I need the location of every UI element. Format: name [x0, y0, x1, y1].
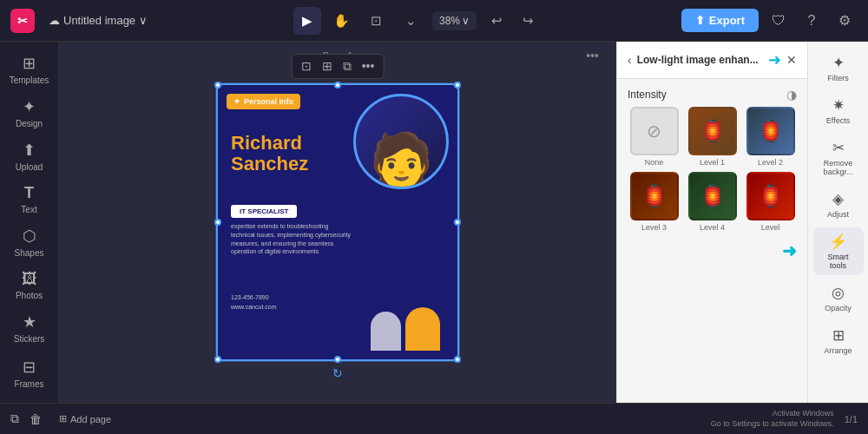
sidebar-item-upload[interactable]: ⬆ Upload — [5, 135, 54, 177]
handle-bm[interactable] — [334, 356, 341, 363]
chevron-down-icon: ∨ — [139, 14, 148, 27]
text-icon: T — [24, 184, 34, 202]
undo-button[interactable]: ↩ — [483, 7, 511, 35]
handle-br[interactable] — [454, 356, 461, 363]
frame-tool-button[interactable]: ⊡ — [363, 7, 391, 35]
panel-close-button[interactable]: ✕ — [786, 53, 797, 67]
shapes-icon: ⬡ — [23, 227, 36, 246]
rbar-smart-tools[interactable]: ⚡ Smarttools — [813, 227, 864, 275]
card-tool-copy[interactable]: ⧉ — [339, 57, 355, 76]
sidebar-item-templates[interactable]: ⊞ Templates — [5, 49, 54, 90]
sidebar-label-photos: Photos — [16, 291, 43, 300]
rbar-effects[interactable]: ✷ Effects — [813, 91, 864, 130]
levels-grid: ⊘ None 🏮 Level 1 🏮 Level 2 — [617, 107, 807, 240]
name-line2: Sanchez — [231, 154, 308, 174]
rbar-adjust[interactable]: ◈ Adjust — [813, 185, 864, 224]
more-options-button[interactable]: ••• — [586, 49, 599, 62]
settings-button[interactable]: ⚙ — [832, 8, 858, 34]
sidebar-item-text[interactable]: T Text — [5, 179, 54, 220]
frame-options-button[interactable]: ⌄ — [398, 7, 425, 35]
intensity-row: Intensity ◑ — [617, 79, 807, 107]
phone-text: 123-456-7890 — [231, 293, 277, 302]
handle-tr[interactable] — [454, 82, 461, 89]
intensity-label: Intensity — [628, 89, 667, 101]
card-tool-grid[interactable]: ⊞ — [319, 57, 336, 76]
effects-icon: ✷ — [832, 96, 845, 115]
sidebar-item-photos[interactable]: 🖼 Photos — [5, 265, 54, 306]
file-name-group[interactable]: ☁ Untitled image ∨ — [42, 10, 155, 30]
sidebar-item-stickers[interactable]: ★ Stickers — [5, 307, 54, 349]
level3-label: Level 3 — [641, 223, 667, 232]
delete-button[interactable]: 🗑 — [30, 412, 42, 426]
yellow-arc — [405, 307, 440, 351]
sidebar-item-shapes[interactable]: ⬡ Shapes — [5, 221, 54, 263]
badge-icon: ✦ — [233, 97, 240, 106]
templates-icon: ⊞ — [23, 54, 36, 73]
level3-thumb: 🏮 — [630, 172, 679, 220]
card-tool-more[interactable]: ••• — [358, 57, 378, 76]
upload-icon: ⬆ — [23, 141, 36, 160]
zoom-value: 38% — [439, 15, 460, 27]
sidebar-item-design[interactable]: ✦ Design — [5, 92, 54, 134]
add-page-button[interactable]: ⊞ Add page — [52, 411, 118, 427]
hand-tool-button[interactable]: ✋ — [328, 7, 356, 35]
level-none[interactable]: ⊘ None — [628, 107, 681, 167]
select-tool-button[interactable]: ▶ — [293, 7, 321, 35]
handle-tl[interactable] — [214, 82, 221, 89]
portrait-circle: 🧑 — [353, 94, 449, 189]
level5-arrow: ➜ — [782, 240, 797, 261]
topbar: ✂ ☁ Untitled image ∨ ▶ ✋ ⊡ ⌄ 38% ∨ ↩ ↪ ⬆… — [0, 0, 868, 42]
handle-tm[interactable] — [334, 82, 341, 89]
rbar-arrange[interactable]: ⊞ Arrange — [813, 321, 864, 360]
zoom-group[interactable]: 38% ∨ — [432, 11, 477, 30]
level-4[interactable]: 🏮 Level 4 — [686, 172, 739, 232]
level1-icon: 🏮 — [700, 119, 726, 143]
rotate-handle[interactable]: ↻ — [332, 366, 343, 380]
activate-line1: Activate Windows — [711, 409, 834, 419]
handle-lm[interactable] — [214, 219, 221, 226]
rbar-filters-label: Filters — [827, 74, 849, 82]
level-1[interactable]: 🏮 Level 1 — [686, 107, 739, 167]
sidebar-label-stickers: Stickers — [14, 334, 45, 344]
left-sidebar: ⊞ Templates ✦ Design ⬆ Upload T Text ⬡ S… — [0, 42, 59, 403]
frames-icon: ⊟ — [23, 358, 36, 377]
export-label: Export — [709, 14, 745, 27]
handle-rm[interactable] — [454, 219, 461, 226]
sidebar-item-frames[interactable]: ⊟ Frames — [5, 352, 54, 394]
arrow-icon: ➜ — [768, 50, 781, 69]
design-card[interactable]: ⊡ ⊞ ⧉ ••• ✦ Personal Info Richard Sanche… — [216, 83, 459, 361]
filters-icon: ✦ — [832, 54, 845, 72]
level-5[interactable]: 🏮 Level — [744, 172, 797, 232]
rbar-opacity[interactable]: ◎ Opacity — [813, 279, 864, 318]
sidebar-collapse-button[interactable]: ⌄ — [5, 396, 54, 403]
personal-badge: ✦ Personal Info — [227, 94, 300, 109]
level4-thumb: 🏮 — [688, 172, 737, 220]
redo-button[interactable]: ↪ — [515, 7, 542, 35]
opacity-icon: ◎ — [832, 284, 845, 302]
export-button[interactable]: ⬆ Export — [681, 9, 759, 32]
white-blob — [371, 312, 401, 351]
copy-button[interactable]: ⧉ — [10, 411, 19, 426]
rbar-filters[interactable]: ✦ Filters — [813, 49, 864, 88]
rbar-remove-bg[interactable]: ✂ Removebackgr... — [813, 134, 864, 181]
level3-icon: 🏮 — [641, 184, 667, 208]
level5-label: Level — [761, 223, 780, 232]
page-counter: 1/1 — [845, 414, 858, 424]
badge-text: Personal Info — [244, 97, 293, 106]
adjust-icon: ◈ — [832, 190, 844, 208]
level2-icon: 🏮 — [758, 119, 784, 143]
sidebar-label-shapes: Shapes — [15, 248, 44, 258]
intensity-icon: ◑ — [786, 88, 797, 102]
level-2[interactable]: 🏮 Level 2 — [744, 107, 797, 167]
help-button[interactable]: ? — [799, 8, 825, 34]
activate-windows-notice: Activate Windows Go to Settings to activ… — [711, 409, 834, 429]
main-layout: ⊞ Templates ✦ Design ⬆ Upload T Text ⬡ S… — [0, 42, 868, 403]
app-logo[interactable]: ✂ — [10, 9, 35, 33]
handle-bl[interactable] — [214, 356, 221, 363]
card-tool-select[interactable]: ⊡ — [298, 57, 315, 76]
panel-back-button[interactable]: ‹ — [628, 53, 632, 67]
shield-button[interactable]: 🛡 — [766, 8, 792, 34]
sidebar-label-design: Design — [16, 119, 43, 128]
canvas-area[interactable]: Page 1 ••• ⊡ ⊞ ⧉ ••• ✦ Personal Info — [59, 42, 616, 403]
level-3[interactable]: 🏮 Level 3 — [628, 172, 681, 232]
